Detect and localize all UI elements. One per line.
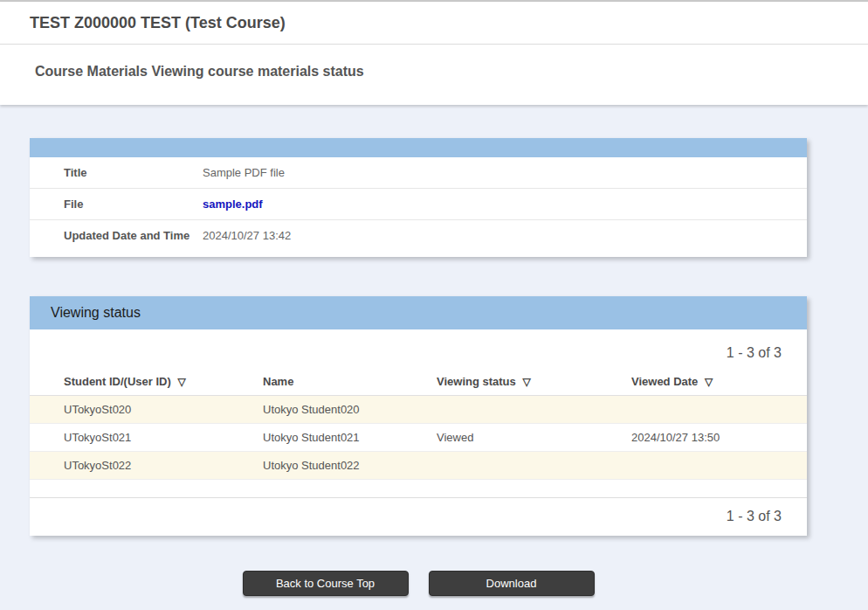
viewing-status-title: Viewing status — [51, 305, 141, 321]
material-card-header-bar — [30, 138, 807, 157]
download-button[interactable]: Download — [429, 571, 595, 596]
filter-down-icon[interactable]: ▽ — [705, 376, 713, 388]
cell-viewed-date — [631, 396, 807, 424]
viewing-status-header-bar: Viewing status — [30, 296, 807, 329]
cell-viewed-date — [631, 452, 807, 480]
material-file-link[interactable]: sample.pdf — [203, 197, 263, 211]
pagination-bottom: 1 - 3 of 3 — [30, 498, 807, 536]
column-header-name: Name — [263, 370, 437, 396]
cell-student-id: UTokyoSt020 — [30, 396, 263, 424]
material-details-card: Title Sample PDF file File sample.pdf Up… — [30, 138, 807, 257]
material-title-label: Title — [30, 165, 203, 180]
filter-down-icon[interactable]: ▽ — [522, 376, 530, 388]
material-file-label: File — [30, 197, 203, 211]
cell-name: Utokyo Student022 — [263, 452, 437, 480]
back-to-course-top-button[interactable]: Back to Course Top — [243, 571, 409, 596]
table-header-row: Student ID/(User ID) ▽ Name Viewing stat… — [30, 370, 807, 396]
column-header-viewing-status[interactable]: Viewing status ▽ — [437, 370, 631, 396]
main-content: Title Sample PDF file File sample.pdf Up… — [30, 138, 807, 596]
page-title: TEST Z000000 TEST (Test Course) — [0, 2, 868, 44]
material-title-row: Title Sample PDF file — [30, 157, 807, 189]
material-updated-label: Updated Date and Time — [30, 228, 203, 243]
filter-down-icon[interactable]: ▽ — [177, 376, 185, 388]
table-row: UTokyoSt021 Utokyo Student021 Viewed 202… — [30, 424, 807, 452]
cell-viewing-status — [437, 396, 631, 424]
cell-student-id: UTokyoSt021 — [30, 424, 263, 452]
viewing-status-table: Student ID/(User ID) ▽ Name Viewing stat… — [30, 370, 807, 480]
cell-student-id: UTokyoSt022 — [30, 452, 263, 480]
material-file-row: File sample.pdf — [30, 189, 807, 220]
cell-name: Utokyo Student021 — [263, 424, 437, 452]
table-row: UTokyoSt020 Utokyo Student020 — [30, 396, 807, 424]
cell-viewing-status — [437, 452, 631, 480]
cell-name: Utokyo Student020 — [263, 396, 437, 424]
pagination-top: 1 - 3 of 3 — [30, 329, 807, 370]
page-subtitle: Course Materials Viewing course material… — [0, 45, 868, 105]
cell-viewing-status: Viewed — [437, 424, 631, 452]
page-header: TEST Z000000 TEST (Test Course) Course M… — [0, 2, 868, 105]
action-button-bar: Back to Course Top Download — [30, 571, 807, 596]
material-updated-row: Updated Date and Time 2024/10/27 13:42 — [30, 220, 807, 257]
column-header-viewed-date[interactable]: Viewed Date ▽ — [631, 370, 807, 396]
table-row: UTokyoSt022 Utokyo Student022 — [30, 452, 807, 480]
material-title-value: Sample PDF file — [203, 165, 285, 180]
column-header-student-id[interactable]: Student ID/(User ID) ▽ — [30, 370, 263, 396]
viewing-status-card: Viewing status 1 - 3 of 3 Student ID/(Us… — [30, 296, 807, 536]
cell-viewed-date: 2024/10/27 13:50 — [631, 424, 807, 452]
material-updated-value: 2024/10/27 13:42 — [203, 228, 291, 243]
